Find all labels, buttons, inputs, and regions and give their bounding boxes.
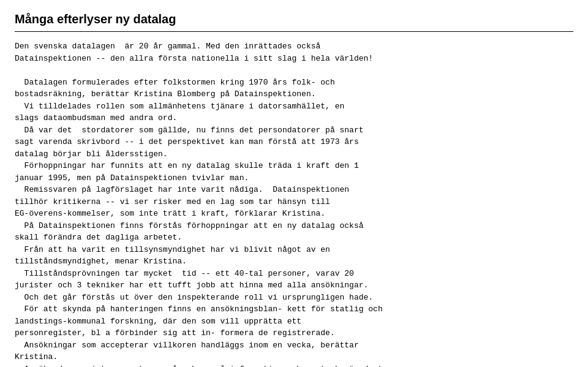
article-title: Många efterlyser ny datalag <box>15 12 573 26</box>
title-divider <box>15 31 573 32</box>
article-body: Den svenska datalagen är 20 år gammal. M… <box>15 40 573 367</box>
